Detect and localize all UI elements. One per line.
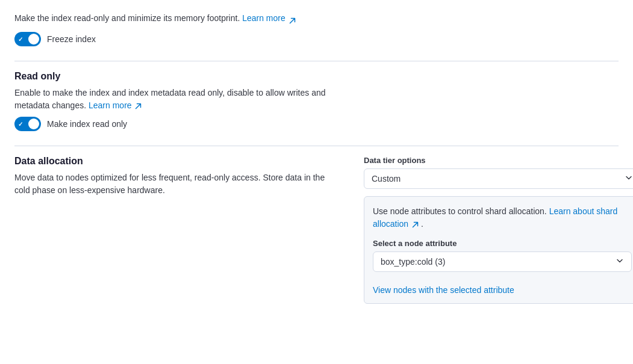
shard-allocation-info-box: Use node attributes to control shard all… <box>364 196 633 304</box>
intro-text: Make the index read-only and minimize it… <box>14 12 619 25</box>
node-attr-label: Select a node attribute <box>373 239 632 248</box>
view-nodes-link[interactable]: View nodes with the selected attribute <box>373 285 514 295</box>
intro-paragraph: Make the index read-only and minimize it… <box>14 13 240 23</box>
node-attr-select[interactable]: box_type:cold (3) box_type:warm (2) box_… <box>373 251 632 272</box>
toggle-track: ✓ <box>14 32 41 46</box>
divider-2 <box>14 146 619 146</box>
view-nodes-label: View nodes with the selected attribute <box>373 285 514 295</box>
toggle-thumb-2 <box>28 119 39 129</box>
data-allocation-right: Data tier options Custom Default Warm Co… <box>364 156 633 304</box>
data-tier-select-wrapper: Custom Default Warm Cold <box>364 168 633 189</box>
node-attr-select-wrapper: box_type:cold (3) box_type:warm (2) box_… <box>373 251 632 272</box>
read-only-toggle[interactable]: ✓ <box>14 117 41 131</box>
intro-learn-more-label: Learn more <box>242 13 285 23</box>
toggle-check-icon-2: ✓ <box>18 121 23 128</box>
intro-learn-more-link[interactable]: Learn more <box>242 13 296 23</box>
intro-section: Make the index read-only and minimize it… <box>14 12 619 46</box>
read-only-external-icon <box>134 100 142 110</box>
read-only-toggle-label: Make index read only <box>47 119 127 129</box>
shard-external-icon <box>411 219 421 229</box>
read-only-learn-more-label: Learn more <box>89 100 132 110</box>
read-only-title: Read only <box>14 71 619 82</box>
shard-info-period: . <box>421 219 423 229</box>
read-only-desc-text: Enable to make the index and index metad… <box>14 88 326 110</box>
read-only-section: Read only Enable to make the index and i… <box>14 71 619 131</box>
read-only-description: Enable to make the index and index metad… <box>14 87 340 112</box>
learn-label: Learn <box>549 206 571 216</box>
toggle-track-2: ✓ <box>14 117 41 131</box>
data-tier-select[interactable]: Custom Default Warm Cold <box>364 168 633 189</box>
external-link-icon <box>289 15 296 22</box>
freeze-index-label: Freeze index <box>47 34 96 44</box>
read-only-learn-more-link[interactable]: Learn more <box>89 100 142 110</box>
freeze-index-row: ✓ Freeze index <box>14 32 619 46</box>
data-tier-options-label: Data tier options <box>364 156 633 165</box>
toggle-check-icon: ✓ <box>18 36 23 43</box>
data-allocation-title: Data allocation <box>14 156 340 167</box>
data-allocation-section: Data allocation Move data to nodes optim… <box>14 156 619 304</box>
shard-allocation-info-text: Use node attributes to control shard all… <box>373 205 632 230</box>
divider-1 <box>14 61 619 61</box>
freeze-index-toggle[interactable]: ✓ <box>14 32 41 46</box>
data-allocation-description: Move data to nodes optimized for less fr… <box>14 171 340 197</box>
shard-info-prefix: Use node attributes to control shard all… <box>373 206 547 216</box>
read-only-toggle-row: ✓ Make index read only <box>14 117 619 131</box>
toggle-thumb <box>28 34 39 45</box>
data-allocation-left: Data allocation Move data to nodes optim… <box>14 156 340 197</box>
